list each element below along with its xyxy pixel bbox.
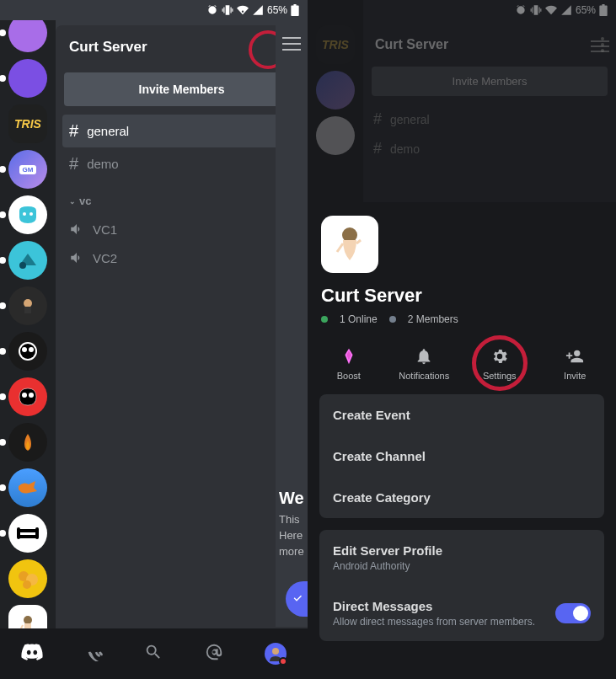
menu-edit-server-profile[interactable]: Edit Server Profile Android Authority (319, 530, 604, 585)
svg-rect-12 (19, 529, 37, 532)
tab-discord[interactable] (21, 641, 43, 666)
dm-toggle[interactable] (555, 603, 591, 623)
tab-search[interactable] (144, 643, 163, 665)
battery-icon (291, 4, 299, 16)
tab-friends[interactable] (84, 643, 103, 665)
invite-members-button[interactable]: Invite Members (64, 72, 299, 106)
welcome-line: Here (279, 529, 308, 542)
vibrate-icon (222, 4, 233, 16)
server-icon-11[interactable] (8, 514, 47, 553)
category-vc[interactable]: ⌄ vc (69, 195, 91, 207)
menu-label: Edit Server Profile (333, 543, 591, 558)
speaker-icon (69, 250, 84, 265)
alarm-icon (206, 4, 218, 16)
menu-create-channel[interactable]: Create Channel (319, 436, 604, 477)
action-label: Settings (483, 371, 517, 381)
svg-point-19 (24, 616, 32, 624)
sheet-server-icon (321, 216, 378, 273)
welcome-title: We (279, 489, 308, 508)
invite-icon (565, 347, 584, 366)
svg-point-1 (23, 212, 26, 216)
server-icon-6[interactable] (8, 286, 47, 325)
svg-point-3 (19, 262, 26, 269)
action-invite[interactable]: Invite (541, 347, 608, 381)
action-settings[interactable]: Settings (466, 347, 533, 381)
category-label: vc (79, 195, 91, 207)
server-icon-9[interactable] (8, 423, 47, 462)
speaker-icon (69, 222, 84, 237)
wifi-icon (237, 4, 249, 16)
svg-point-18 (23, 580, 31, 589)
voice-channel-vc1[interactable]: VC1 (62, 215, 301, 243)
channel-demo[interactable]: # demo (62, 147, 301, 180)
action-boost[interactable]: Boost (315, 347, 383, 381)
svg-rect-15 (35, 527, 39, 539)
menu-direct-messages[interactable]: Direct Messages Allow direct messages fr… (319, 585, 604, 641)
channel-panel: Curt Server Invite Members # general # d… (56, 25, 308, 628)
svg-point-9 (29, 347, 34, 352)
hamburger-button[interactable] (282, 37, 301, 51)
server-name: Curt Server (69, 39, 147, 56)
server-icon-3[interactable]: GM (8, 150, 47, 189)
dim-server-name: Curt Server (375, 37, 448, 52)
svg-point-21 (272, 648, 279, 655)
offline-dot-icon (389, 316, 396, 323)
svg-rect-13 (19, 535, 37, 538)
online-dot-icon (321, 316, 328, 323)
action-notifications[interactable]: Notifications (390, 347, 458, 381)
svg-point-4 (24, 299, 32, 307)
action-label: Notifications (399, 371, 449, 381)
svg-point-7 (20, 344, 35, 359)
gear-icon (490, 347, 509, 366)
channel-label: demo (87, 157, 119, 171)
server-sheet: Curt Server 1 Online 2 Members Boost Not… (308, 202, 616, 679)
svg-point-10 (22, 393, 27, 398)
sheet-title: Curt Server (321, 285, 603, 307)
server-icon-0[interactable] (8, 20, 47, 52)
signal-icon (252, 4, 264, 16)
server-icon-12[interactable] (8, 559, 47, 598)
svg-rect-5 (24, 307, 31, 313)
tab-mentions[interactable] (205, 643, 223, 665)
battery-text: 65% (267, 4, 287, 16)
menu-create-category[interactable]: Create Category (319, 477, 604, 518)
menu-label: Direct Messages (333, 599, 535, 613)
server-icon-1[interactable] (8, 59, 47, 98)
menu-create-event[interactable]: Create Event (319, 394, 604, 436)
svg-rect-0 (292, 11, 298, 15)
welcome-line: more (279, 545, 308, 558)
hashtag-icon: # (69, 121, 78, 141)
chevron-down-icon: ⌄ (69, 197, 76, 206)
channel-general[interactable]: # general (62, 115, 301, 147)
server-icon-7[interactable] (8, 332, 47, 371)
server-icon-4[interactable] (8, 195, 47, 234)
server-icon-13[interactable] (8, 605, 47, 628)
svg-point-2 (29, 212, 33, 216)
voice-channel-vc2[interactable]: VC2 (62, 243, 301, 272)
boost-icon (340, 347, 358, 366)
svg-point-8 (22, 347, 27, 352)
dim-invite: Invite Members (372, 67, 608, 96)
svg-rect-14 (17, 527, 20, 539)
hashtag-icon: # (69, 154, 78, 174)
action-label: Invite (564, 371, 586, 381)
online-count: 1 Online (340, 313, 378, 325)
server-icon-8[interactable] (8, 377, 47, 416)
dimmed-background: TRIS Curt Server Invite Members #general… (308, 0, 616, 202)
menu-sublabel: Android Authority (333, 560, 591, 572)
action-label: Boost (337, 371, 361, 381)
channel-label: VC1 (93, 222, 117, 237)
members-count: 2 Members (408, 313, 458, 325)
tab-profile[interactable] (265, 643, 287, 665)
welcome-line: This (279, 513, 308, 526)
server-icon-10[interactable] (8, 468, 47, 507)
server-rail: TRIS GM + (0, 20, 56, 628)
channel-label: VC2 (93, 251, 117, 265)
server-icon-5[interactable] (8, 241, 47, 280)
channel-label: general (87, 124, 129, 138)
server-icon-2[interactable]: TRIS (8, 104, 47, 143)
bell-icon (415, 347, 433, 366)
status-bar-left: 65% (0, 0, 308, 20)
svg-point-11 (29, 393, 34, 398)
menu-sublabel: Allow direct messages from server member… (333, 616, 535, 628)
